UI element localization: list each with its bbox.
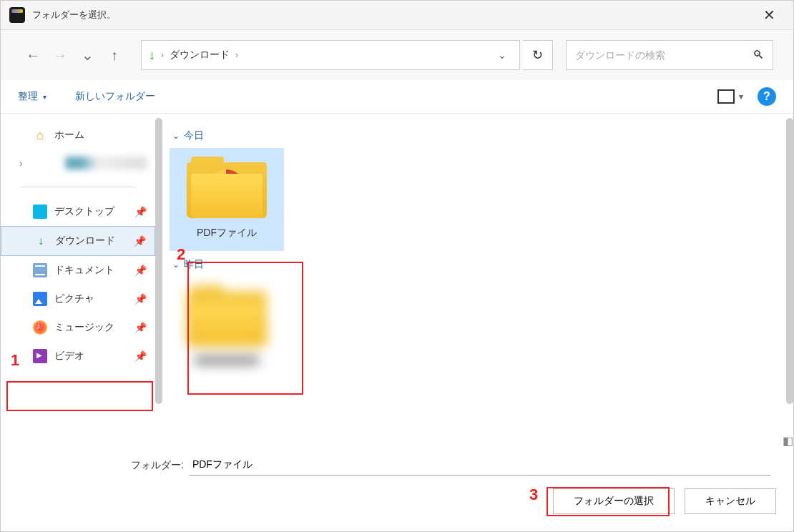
group-label: 今日 — [184, 129, 204, 142]
breadcrumb-text[interactable]: ダウンロード — [170, 49, 230, 61]
sidebar-item-label: ホーム — [54, 129, 84, 142]
sidebar-item-documents[interactable]: ドキュメント 📌 — [1, 256, 155, 285]
app-icon — [9, 7, 25, 23]
chevron-down-icon: ⌄ — [172, 131, 180, 141]
music-icon — [33, 320, 47, 335]
titlebar: フォルダーを選択。 ✕ — [1, 1, 793, 30]
videos-icon — [33, 349, 47, 363]
documents-icon — [33, 263, 47, 277]
new-folder-button[interactable]: 新しいフォルダー — [75, 90, 155, 103]
navbar: ← → ⌄ ↑ ↓ › ダウンロード › ⌄ ↻ 🔍︎ — [1, 30, 793, 80]
annotation-box-3 — [547, 487, 670, 516]
pin-icon[interactable]: 📌 — [134, 293, 147, 305]
breadcrumb-separator: › — [161, 50, 164, 60]
annotation-1: 1 — [11, 351, 19, 370]
sidebar-item-desktop[interactable]: デスクトップ 📌 — [1, 197, 155, 226]
pin-icon[interactable]: 📌 — [134, 265, 147, 276]
group-today[interactable]: ⌄ 今日 — [172, 129, 776, 142]
view-dropdown[interactable]: ▾ — [739, 92, 743, 102]
sidebar-item-label: ミュージック — [54, 321, 114, 334]
folder-name-label: フォルダー: — [131, 459, 184, 472]
footer: 3 フォルダー: フォルダーの選択 キャンセル — [1, 440, 793, 531]
sidebar-divider — [21, 187, 135, 187]
folder-icon — [187, 157, 267, 218]
content-footer-glyph: ◧ — [783, 434, 793, 448]
annotation-2: 2 — [177, 245, 185, 264]
up-button[interactable]: ↑ — [102, 43, 127, 67]
forward-button[interactable]: → — [48, 43, 72, 67]
content-scrollbar[interactable] — [786, 118, 793, 404]
folder-name-input[interactable] — [190, 455, 770, 476]
back-button[interactable]: ← — [21, 43, 45, 67]
view-mode-button[interactable] — [717, 89, 735, 104]
downloads-icon: ↓ — [149, 48, 155, 63]
desktop-icon — [33, 205, 47, 219]
search-icon[interactable]: 🔍︎ — [753, 49, 764, 61]
pin-icon[interactable]: 📌 — [134, 350, 147, 362]
sidebar-item-downloads[interactable]: ↓ ダウンロード 📌 — [1, 226, 155, 256]
sidebar-item-label: ダウンロード — [55, 235, 115, 247]
search-box[interactable]: 🔍︎ — [566, 40, 773, 70]
home-icon: ⌂ — [33, 128, 47, 142]
folder-item-pdf[interactable]: PDFファイル — [170, 148, 284, 251]
downloads-icon: ↓ — [34, 234, 48, 248]
toolbar: 整理 ▾ 新しいフォルダー ▾ ? — [1, 80, 793, 114]
breadcrumb-bar[interactable]: ↓ › ダウンロード › ⌄ — [141, 40, 520, 70]
sidebar-item-label: ドキュメント — [54, 264, 114, 277]
search-input[interactable] — [575, 49, 753, 61]
pictures-icon — [33, 292, 47, 306]
pin-icon[interactable]: 📌 — [134, 206, 147, 217]
annotation-3: 3 — [529, 486, 538, 504]
sidebar-item-home[interactable]: ⌂ ホーム — [1, 121, 155, 149]
breadcrumb-separator: › — [235, 50, 238, 60]
sidebar-item-label: ピクチャ — [54, 292, 94, 305]
refresh-button[interactable]: ↻ — [523, 40, 553, 70]
sidebar-item-videos[interactable]: ビデオ 📌 — [1, 342, 155, 370]
organize-menu[interactable]: 整理 ▾ — [18, 90, 46, 103]
blurred-content — [65, 157, 147, 169]
window-title: フォルダーを選択。 — [32, 9, 116, 21]
sidebar-item-pictures[interactable]: ピクチャ 📌 — [1, 285, 155, 313]
help-button[interactable]: ? — [758, 87, 776, 106]
folder-label: PDFファイル — [197, 227, 257, 240]
close-button[interactable]: ✕ — [753, 5, 785, 25]
sidebar-item-blurred[interactable] — [1, 149, 155, 177]
sidebar-item-music[interactable]: ミュージック 📌 — [1, 313, 155, 342]
annotation-box-1 — [6, 381, 153, 411]
breadcrumb-dropdown[interactable]: ⌄ — [492, 49, 512, 61]
annotation-box-2 — [187, 262, 303, 395]
sidebar-item-label: デスクトップ — [54, 205, 114, 218]
recent-button[interactable]: ⌄ — [75, 43, 99, 67]
pin-icon[interactable]: 📌 — [134, 322, 147, 333]
sidebar-item-label: ビデオ — [54, 350, 84, 363]
cancel-button[interactable]: キャンセル — [685, 488, 776, 514]
pin-icon[interactable]: 📌 — [134, 235, 146, 247]
